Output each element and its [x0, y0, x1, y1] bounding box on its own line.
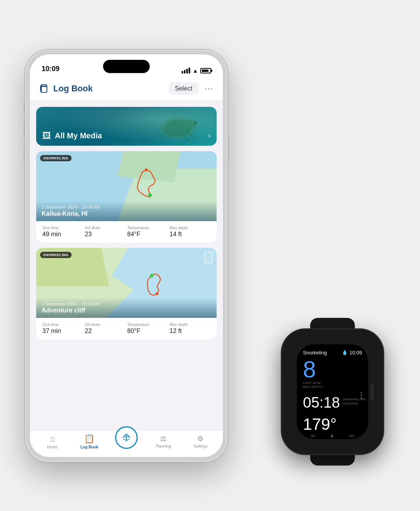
battery-fill	[202, 70, 208, 72]
stat-label-dive-time-1: Dive time	[42, 226, 83, 230]
iphone: 10:09 ▲	[25, 50, 228, 462]
stat-value-temp-2: 80°F	[127, 328, 168, 335]
stat-label-depth-1: Max depth	[170, 226, 210, 230]
svg-point-12	[148, 193, 152, 197]
nav-title-group: Log Book	[39, 84, 93, 94]
media-card-icon: 🖼	[42, 131, 51, 141]
stat-label-dives-2: #of dives	[85, 323, 126, 327]
dive-date-1: 2 September 2024 – 10:09 AM	[42, 205, 211, 209]
svg-point-11	[196, 121, 197, 122]
media-card[interactable]: 🖼 All My Media ›	[36, 107, 217, 146]
stat-dives-1: #of dives 23	[85, 226, 126, 238]
snorkeling-badge-1: SNORKELING	[40, 155, 72, 161]
tab-settings[interactable]: ⚙ Settings	[189, 434, 212, 448]
svg-rect-0	[41, 85, 47, 92]
tab-planning-label: Planning	[156, 444, 171, 448]
signal-bar-3	[186, 69, 188, 73]
stat-depth-2: Max depth 12 ft	[170, 323, 210, 335]
stat-depth-1: Max depth 14 ft	[170, 226, 210, 238]
stat-temp-1: Temperature 84°F	[127, 226, 168, 238]
dive-map-2: SNORKELING 1 September 2024 – 10:03 AM A…	[36, 248, 217, 318]
snorkeling-badge-2: SNORKELING	[40, 252, 72, 258]
watch-session-time: 05:18	[303, 395, 340, 410]
svg-point-15	[156, 292, 158, 295]
stat-value-dive-time-1: 49 min	[42, 231, 83, 238]
stat-value-dives-1: 23	[85, 231, 126, 238]
tab-home[interactable]: ⌂ Home	[41, 434, 64, 449]
stat-value-dive-time-2: 37 min	[42, 328, 83, 335]
tab-planning[interactable]: ⚖ Planning	[152, 434, 175, 448]
compass-label-row: SE S SW	[303, 434, 362, 438]
stat-value-depth-1: 14 ft	[170, 231, 210, 238]
compass-s: S	[331, 434, 333, 438]
select-button[interactable]: Select	[169, 82, 198, 95]
stat-label-temp-2: Temperature	[127, 323, 168, 327]
tab-center-button[interactable]	[115, 426, 138, 449]
scene: 10:09 ▲	[25, 23, 395, 489]
signal-bars-icon	[182, 68, 190, 73]
dive-stats-1: Dive time 49 min #of dives 23 Temperatur…	[36, 221, 217, 242]
watch-time: 10:09	[349, 350, 362, 356]
dive-map-overlay-2: 1 September 2024 – 10:03 AM Adventure cl…	[36, 298, 217, 318]
status-time: 10:09	[42, 65, 60, 74]
iphone-screen-container: 10:09 ▲	[30, 54, 223, 457]
watch-dots	[360, 392, 362, 399]
volume-up-button[interactable]	[24, 120, 25, 139]
stat-dive-time-1: Dive time 49 min	[42, 226, 83, 238]
watch-depth-label: LAST DIVEMAX DEPTH	[303, 381, 362, 389]
watch-body: Snorkeling 💧 10:09 8 LAST DIVEMAX DEPTH	[282, 330, 383, 454]
signal-bar-1	[182, 71, 183, 73]
stat-label-dives-1: #of dives	[85, 226, 126, 230]
tab-logbook-label: Log Book	[80, 445, 98, 449]
dive-date-2: 1 September 2024 – 10:03 AM	[42, 302, 211, 306]
watch-activity-label: Snorkeling	[303, 350, 327, 356]
watch-dot-1	[360, 392, 362, 393]
battery-icon	[200, 68, 211, 73]
scroll-content: 🖼 All My Media ›	[30, 101, 223, 430]
dive-location-2: Adventure cliff	[42, 307, 211, 314]
tab-logbook[interactable]: 📋 Log Book	[78, 434, 101, 449]
status-bar: 10:09 ▲	[30, 54, 223, 78]
dive-icon	[121, 433, 131, 443]
tab-center[interactable]	[115, 434, 138, 449]
watch-session-label: SNORKELINGSESSION	[343, 395, 366, 406]
stat-dives-2: #of dives 22	[85, 323, 126, 335]
dive-card-1[interactable]: SNORKELING 2 September 2024 – 10:09 AM K…	[36, 151, 217, 242]
compass-sw: SW	[349, 434, 355, 438]
watch-time-group: 💧 10:09	[342, 350, 362, 356]
water-drop-icon: 💧	[342, 350, 348, 355]
dynamic-island	[103, 60, 150, 73]
watch-dot-3	[360, 397, 362, 399]
watch-screen: Snorkeling 💧 10:09 8 LAST DIVEMAX DEPTH	[297, 344, 368, 439]
power-button[interactable]	[228, 135, 229, 162]
logbook-icon	[39, 84, 49, 94]
dive-map-1: SNORKELING 2 September 2024 – 10:09 AM K…	[36, 151, 217, 221]
dive-location-1: Kailua-Kona, HI	[42, 210, 211, 217]
volume-down-button[interactable]	[24, 145, 25, 164]
svg-point-14	[150, 274, 153, 277]
svg-rect-1	[40, 85, 42, 91]
signal-bar-2	[184, 70, 186, 73]
stat-label-temp-1: Temperature	[127, 226, 168, 230]
compass-se: SE	[311, 434, 315, 438]
media-chevron-icon: ›	[208, 132, 210, 140]
stat-value-temp-1: 84°F	[127, 231, 168, 238]
nav-actions: Select ···	[169, 82, 214, 95]
dive-map-overlay-1: 2 September 2024 – 10:09 AM Kailua-Kona,…	[36, 201, 217, 221]
media-card-title: All My Media	[55, 131, 102, 140]
settings-icon: ⚙	[197, 434, 203, 443]
apple-watch: Snorkeling 💧 10:09 8 LAST DIVEMAX DEPTH	[270, 318, 395, 466]
media-card-left: 🖼 All My Media	[42, 131, 102, 141]
stat-label-depth-2: Max depth	[170, 323, 210, 327]
page-title: Log Book	[53, 84, 93, 94]
more-button[interactable]: ···	[205, 84, 214, 93]
phone-screen: 10:09 ▲	[30, 54, 223, 457]
watch-compass-value: 179°	[303, 416, 362, 433]
dive-card-2[interactable]: SNORKELING 1 September 2024 – 10:03 AM A…	[36, 248, 217, 339]
nav-header: Log Book Select ···	[30, 78, 223, 101]
home-icon: ⌂	[50, 434, 55, 444]
silent-button[interactable]	[24, 100, 25, 114]
stat-value-depth-2: 12 ft	[170, 328, 210, 335]
planning-icon: ⚖	[160, 434, 166, 443]
signal-bar-4	[189, 68, 190, 73]
